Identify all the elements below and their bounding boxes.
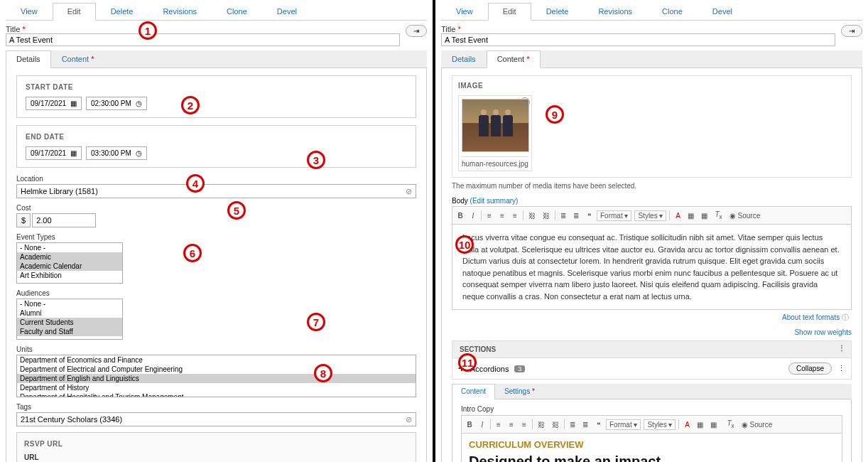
units-label: Units (16, 345, 416, 353)
rte-body[interactable]: Lacus viverra vitae congue eu consequat … (452, 225, 851, 309)
audiences-listbox[interactable]: - None - Alumni Current Students Faculty… (16, 299, 123, 340)
tab-delete[interactable]: Delete (531, 3, 584, 20)
clock-icon: ◷ (136, 149, 142, 157)
intro-label: Intro Copy (461, 405, 842, 413)
align-center-icon[interactable]: ≡ (506, 419, 516, 430)
end-date-legend: END DATE (26, 133, 407, 141)
tab-clone[interactable]: Clone (647, 3, 698, 20)
link-icon[interactable]: ⛓ (526, 210, 538, 221)
quote-icon[interactable]: ❝ (584, 210, 594, 221)
source-button[interactable]: ◉ Source (739, 419, 774, 430)
edit-summary-link[interactable]: (Edit summary) (470, 197, 519, 205)
tab-edit[interactable]: Edit (53, 3, 96, 21)
unlink-icon[interactable]: ⛓ (541, 210, 552, 221)
units-listbox[interactable]: Department of Economics and Finance Depa… (16, 355, 416, 397)
start-time-input[interactable]: 02:30:00 PM ◷ (86, 97, 147, 110)
italic-icon[interactable]: I (477, 419, 487, 430)
bold-icon[interactable]: B (455, 210, 465, 221)
align-right-icon[interactable]: ≡ (510, 210, 520, 221)
text-color-icon[interactable]: A (682, 419, 692, 430)
subtab-details[interactable]: Details (441, 50, 487, 68)
cost-input[interactable] (32, 213, 96, 227)
align-left-icon[interactable]: ≡ (494, 419, 504, 430)
collapse-button[interactable]: Collapse (788, 362, 832, 375)
start-date-input[interactable]: 09/17/2021 ▦ (26, 97, 82, 110)
align-right-icon[interactable]: ≡ (519, 419, 529, 430)
rich-text-editor: B I ≡ ≡ ≡ ⛓ ⛓ ≣ ≣ ❝ Format ▾ Styles ▾ (452, 206, 852, 310)
number-list-icon[interactable]: ≣ (571, 210, 581, 221)
image-hint: The maximum number of media items have b… (452, 182, 852, 190)
intro-body[interactable]: CURRICULUM OVERVIEW Designed to make an … (462, 434, 842, 462)
image-icon[interactable]: ▦ (685, 210, 696, 221)
more-icon[interactable]: ⋮ (838, 344, 845, 352)
image-thumbnail[interactable] (462, 99, 529, 152)
location-input[interactable] (16, 184, 416, 198)
align-left-icon[interactable]: ≡ (484, 210, 494, 221)
image-icon[interactable]: ▦ (695, 419, 705, 430)
end-date-input[interactable]: 09/17/2021 ▦ (26, 146, 82, 160)
list-item: Alumni (17, 308, 122, 318)
title-input[interactable] (441, 33, 835, 46)
source-button[interactable]: ◉ Source (727, 210, 762, 221)
bullet-list-icon[interactable]: ≣ (558, 210, 568, 221)
annotation-8: 8 (314, 364, 332, 382)
inner-tab-content[interactable]: Content (452, 384, 495, 399)
embed-icon[interactable]: ▦ (699, 210, 710, 221)
unlink-icon[interactable]: ⛓ (550, 419, 561, 430)
tab-devel[interactable]: Devel (698, 3, 747, 20)
inner-tab-settings[interactable]: Settings * (495, 384, 544, 399)
list-item: Department of Economics and Finance (17, 355, 416, 365)
annotation-4: 4 (186, 174, 205, 193)
bold-icon[interactable]: B (465, 419, 474, 430)
tab-view[interactable]: View (441, 3, 488, 20)
more-icon[interactable]: ⋮ (837, 364, 845, 373)
italic-icon[interactable]: I (468, 210, 478, 221)
format-select[interactable]: Format ▾ (597, 210, 631, 221)
about-formats-link[interactable]: About text formats (782, 313, 840, 321)
end-time-input[interactable]: 03:30:00 PM ◷ (86, 146, 147, 160)
tab-edit[interactable]: Edit (488, 3, 531, 21)
clear-format-icon[interactable]: Tx (725, 418, 736, 431)
tab-revisions[interactable]: Revisions (148, 3, 212, 20)
list-item: Department of English and Linguistics (17, 374, 416, 383)
tab-devel[interactable]: Devel (262, 3, 312, 20)
sections-heading[interactable]: SECTIONS ⋮ (452, 340, 852, 358)
calendar-icon: ▦ (70, 149, 77, 157)
location-label: Location (16, 175, 416, 183)
end-date-fieldset: END DATE 09/17/2021 ▦ 03:30:00 PM ◷ (16, 125, 416, 168)
title-input[interactable] (6, 33, 400, 46)
tags-input[interactable] (16, 412, 416, 426)
number-list-icon[interactable]: ≣ (580, 419, 590, 430)
clear-icon[interactable]: ⊘ (406, 187, 412, 196)
event-types-label: Event Types (16, 233, 416, 241)
tab-clone[interactable]: Clone (212, 3, 262, 20)
annotation-11: 11 (458, 353, 477, 372)
intro-rte: B I ≡ ≡ ≡ ⛓ ⛓ ≣ ≣ ❝ Format ▾ (461, 415, 842, 462)
start-date-fieldset: START DATE 09/17/2021 ▦ 02:30:00 PM ◷ (16, 75, 416, 118)
tab-revisions[interactable]: Revisions (583, 3, 647, 20)
subtab-content[interactable]: Content * (487, 50, 541, 68)
title-label: Title * (6, 25, 400, 33)
format-select[interactable]: Format ▾ (606, 419, 641, 430)
clear-format-icon[interactable]: Tx (712, 209, 724, 222)
styles-select[interactable]: Styles ▾ (634, 210, 666, 221)
annotation-6: 6 (183, 244, 202, 262)
tab-view[interactable]: View (6, 3, 53, 20)
embed-icon[interactable]: ▦ (708, 419, 719, 430)
link-icon[interactable]: ⛓ (536, 419, 547, 430)
bullet-list-icon[interactable]: ≣ (568, 419, 577, 430)
subtab-content[interactable]: Content * (51, 50, 105, 68)
tab-delete[interactable]: Delete (96, 3, 148, 20)
pin-button[interactable]: ⇥ (406, 25, 427, 37)
text-color-icon[interactable]: A (673, 210, 683, 221)
show-row-weights-link[interactable]: Show row weights (452, 328, 852, 336)
align-center-icon[interactable]: ≡ (497, 210, 507, 221)
subtab-details[interactable]: Details (6, 50, 51, 68)
annotation-2: 2 (181, 96, 200, 114)
pin-button[interactable]: ⇥ (841, 25, 862, 37)
quote-icon[interactable]: ❝ (593, 419, 603, 430)
styles-select[interactable]: Styles ▾ (644, 419, 676, 430)
event-types-listbox[interactable]: - None - Academic Academic Calendar Art … (16, 242, 123, 284)
clear-icon[interactable]: ⊘ (406, 415, 412, 424)
left-pane: View Edit Delete Revisions Clone Devel T… (0, 0, 433, 462)
